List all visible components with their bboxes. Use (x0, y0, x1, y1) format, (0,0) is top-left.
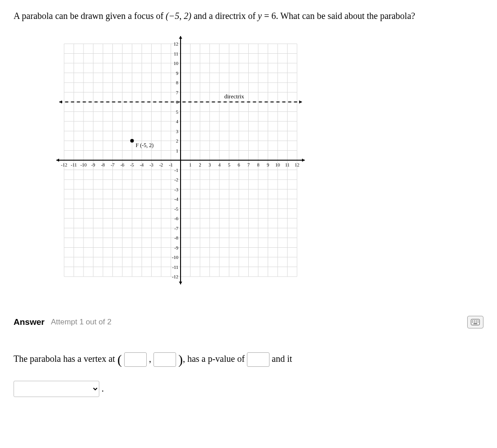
svg-text:10: 10 (275, 162, 280, 167)
svg-text:-7: -7 (174, 226, 178, 231)
p-value-input[interactable] (247, 352, 269, 367)
vertex-y-input[interactable] (153, 352, 176, 367)
sentence-p2: , has a p-value of (183, 354, 247, 364)
svg-text:-1: -1 (169, 162, 173, 167)
q-suffix: . What can be said about the parabola? (276, 11, 415, 21)
answer-sentence: The parabola has a vertex at ( , ), has … (14, 345, 483, 398)
svg-text:-7: -7 (111, 162, 115, 167)
sentence-p1: The parabola has a vertex at (14, 354, 117, 364)
svg-point-121 (478, 322, 478, 323)
svg-text:-11: -11 (172, 265, 178, 270)
q-directrix-var: y (258, 11, 262, 21)
svg-marker-109 (59, 100, 62, 103)
question-text: A parabola can be drawn given a focus of… (14, 9, 483, 23)
open-paren: ( (117, 352, 122, 367)
svg-text:11: 11 (285, 162, 289, 167)
answer-header: Answer Attempt 1 out of 2 (14, 316, 483, 328)
svg-text:12: 12 (295, 162, 300, 167)
svg-text:9: 9 (267, 162, 269, 167)
svg-point-118 (472, 322, 473, 323)
svg-text:9: 9 (176, 71, 178, 76)
svg-marker-56 (179, 282, 182, 284)
svg-text:-12: -12 (61, 162, 67, 167)
svg-text:11: 11 (174, 51, 178, 56)
attempt-text: Attempt 1 out of 2 (51, 318, 111, 327)
svg-text:F (-5, 2): F (-5, 2) (136, 142, 154, 148)
svg-point-116 (476, 320, 477, 321)
svg-text:-2: -2 (174, 177, 178, 182)
svg-point-111 (130, 139, 134, 143)
svg-point-120 (476, 322, 477, 323)
svg-text:directrix: directrix (224, 93, 245, 100)
svg-marker-53 (302, 158, 305, 162)
svg-text:-11: -11 (71, 162, 77, 167)
svg-text:-5: -5 (174, 207, 178, 212)
svg-text:4: 4 (176, 119, 179, 124)
svg-text:2: 2 (176, 139, 178, 143)
svg-marker-108 (299, 100, 302, 103)
svg-text:-4: -4 (140, 162, 144, 167)
svg-text:-6: -6 (174, 216, 178, 221)
svg-text:-8: -8 (101, 162, 105, 167)
svg-text:7: 7 (247, 162, 250, 167)
svg-text:-3: -3 (149, 162, 153, 167)
svg-text:1: 1 (189, 162, 191, 167)
svg-text:3: 3 (209, 162, 211, 167)
svg-text:-12: -12 (172, 274, 178, 279)
svg-text:-6: -6 (121, 162, 125, 167)
q-prefix: A parabola can be drawn given a focus of (14, 11, 166, 21)
svg-text:1: 1 (176, 148, 178, 153)
svg-text:-8: -8 (174, 236, 178, 240)
svg-rect-122 (474, 323, 477, 324)
svg-text:2: 2 (199, 162, 201, 167)
svg-text:-4: -4 (174, 197, 178, 202)
coordinate-graph: xy-12-11-10-9-8-7-6-5-4-3-2-112345678910… (54, 36, 307, 293)
svg-point-115 (474, 320, 475, 321)
svg-text:-3: -3 (174, 187, 178, 192)
period: . (102, 383, 104, 393)
svg-marker-54 (56, 158, 59, 162)
svg-text:-1: -1 (174, 168, 178, 173)
svg-text:8: 8 (176, 80, 178, 85)
svg-text:3: 3 (176, 129, 178, 134)
keyboard-icon[interactable] (467, 316, 483, 328)
q-middle: and a directrix of (191, 11, 258, 21)
svg-text:8: 8 (257, 162, 259, 167)
answer-label: Answer (14, 317, 45, 327)
svg-text:10: 10 (174, 61, 179, 66)
svg-text:-9: -9 (91, 162, 95, 167)
q-focus: (−5, 2) (166, 11, 191, 21)
svg-text:6: 6 (237, 162, 240, 167)
direction-select[interactable] (14, 381, 99, 397)
close-paren: ) (178, 352, 183, 367)
svg-point-114 (472, 320, 473, 321)
svg-text:12: 12 (174, 42, 179, 46)
sentence-p3: and it (272, 354, 292, 364)
vertex-x-input[interactable] (124, 352, 147, 367)
svg-text:-10: -10 (172, 255, 178, 260)
svg-text:5: 5 (176, 110, 178, 115)
svg-point-119 (474, 322, 475, 323)
svg-text:4: 4 (218, 162, 221, 167)
svg-text:7: 7 (176, 90, 178, 95)
q-directrix-eq: = 6 (262, 11, 276, 21)
comma: , (149, 354, 151, 364)
svg-text:-9: -9 (174, 245, 178, 250)
svg-marker-55 (179, 36, 182, 39)
svg-text:-5: -5 (130, 162, 134, 167)
svg-text:5: 5 (228, 162, 230, 167)
svg-text:-2: -2 (159, 162, 163, 167)
svg-point-117 (478, 320, 478, 321)
svg-text:-10: -10 (80, 162, 87, 167)
